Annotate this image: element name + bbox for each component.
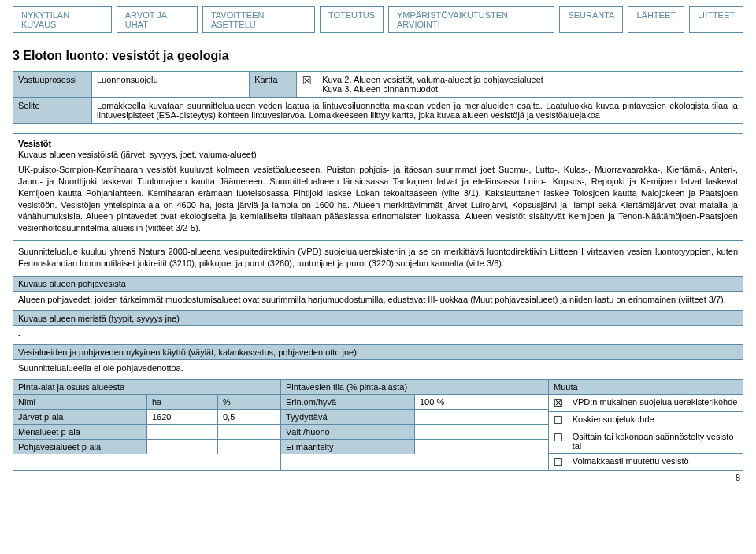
table-row: Vält./huono	[281, 425, 415, 439]
tab-arvot[interactable]: ARVOT JA UHAT	[117, 6, 198, 33]
checkbox-label: VPD:n mukainen suojelualuerekisterikohde	[568, 395, 743, 409]
cell: 0,5	[218, 410, 280, 424]
col-c-title: Muuta	[549, 380, 743, 395]
vesistot-sub: Kuvaus alueen vesistöistä (järvet, syvyy…	[13, 150, 743, 164]
col-pinta-alat: Pinta-alat ja osuus alueesta Nimi ha % J…	[13, 380, 281, 470]
tab-toteutus[interactable]: TOTEUTUS	[320, 6, 384, 33]
col-pintavesien-tila: Pintavesien tila (% pinta-alasta) Erin.o…	[281, 380, 549, 470]
col-a-h1: Nimi	[13, 395, 147, 409]
checkbox-icon[interactable]: ☒	[549, 395, 568, 411]
table-row: Järvet p-ala	[13, 410, 147, 424]
cell	[415, 410, 548, 424]
data-grid: Pinta-alat ja osuus alueesta Nimi ha % J…	[13, 379, 743, 470]
col-a-title: Pinta-alat ja osuus alueesta	[13, 380, 280, 395]
checkbox-icon[interactable]: ☐	[549, 454, 568, 470]
vastuuprosessi-value: Luonnonsuojelu	[92, 72, 250, 98]
checkbox-label: Voimakkaasti muutettu vesistö	[568, 454, 743, 468]
pohjavesi-text: Alueen pohjavedet, joiden tärkeimmät muo…	[13, 292, 743, 310]
info-table: Vastuuprosessi Luonnonsuojelu Kartta ☒ K…	[13, 71, 743, 124]
table-row: Tyydyttävä	[281, 410, 415, 424]
table-row: Erin.om/hyvä	[281, 395, 415, 409]
kartta-checkbox[interactable]: ☒	[297, 72, 317, 98]
vesistot-heading: Vesistöt	[13, 134, 743, 150]
cell	[218, 425, 280, 439]
cell: 1620	[147, 410, 218, 424]
cell: 100 %	[415, 395, 548, 409]
cell	[147, 440, 218, 454]
table-row: Merialueet p-ala	[13, 425, 147, 439]
col-b-title: Pintavesien tila (% pinta-alasta)	[281, 380, 548, 395]
tab-liitteet[interactable]: LIITTEET	[689, 6, 743, 33]
checkbox-icon[interactable]: ☐	[549, 429, 568, 446]
selite-text: Lomakkeella kuvataan suunnittelualueen v…	[92, 98, 743, 124]
pohjavesi-heading: Kuvaus alueen pohjavesistä	[13, 276, 743, 292]
col-muuta: Muuta ☒ VPD:n mukainen suojelualuerekist…	[549, 380, 743, 470]
tab-nykytilan[interactable]: NYKYTILAN KUVAUS	[13, 6, 112, 33]
merista-text: -	[13, 326, 743, 345]
selite-label: Selite	[13, 98, 92, 124]
table-row: Pohjavesialueet p-ala	[13, 440, 147, 454]
tab-tavoite[interactable]: TAVOITTEEN ASETTELU	[202, 6, 315, 33]
section-title: 3 Eloton luonto: vesistöt ja geologia	[13, 49, 743, 63]
merista-heading: Kuvaus alueen meristä (tyypit, syvyys jn…	[13, 310, 743, 326]
kartta-maps: Kuva 2. Alueen vesistöt, valuma-alueet j…	[317, 72, 743, 98]
tab-ymparisto[interactable]: YMPÄRISTÖVAIKUTUSTEN ARVIOINTI	[388, 6, 554, 33]
table-row: Ei määritelty	[281, 440, 415, 454]
vesistot-para: UK-puisto-Sompion-Kemihaaran vesistöt ku…	[13, 164, 743, 240]
tab-lahteet[interactable]: LÄHTEET	[628, 6, 684, 33]
vesistot-para2: Suunnittelualue kuuluu yhtenä Natura 200…	[13, 240, 743, 276]
cell	[218, 440, 280, 454]
kaytto-text: Suunnittelualueella ei ole pohjavedenott…	[13, 360, 743, 379]
checkbox-label: Osittain tai kokonaan saännöstelty vesis…	[568, 429, 743, 453]
vastuuprosessi-label: Vastuuprosessi	[13, 72, 92, 98]
cell	[415, 440, 548, 454]
col-a-h3: %	[218, 395, 280, 409]
checkbox-icon[interactable]: ☐	[549, 412, 568, 429]
checkbox-label: Koskiensuojelukohde	[568, 412, 743, 426]
cell: -	[147, 425, 218, 439]
tab-bar: NYKYTILAN KUVAUS ARVOT JA UHAT TAVOITTEE…	[13, 6, 743, 33]
kaytto-heading: Vesialueiden ja pohjaveden nykyinen käyt…	[13, 344, 743, 360]
tab-seuranta[interactable]: SEURANTA	[559, 6, 623, 33]
content-box: Vesistöt Kuvaus alueen vesistöistä (järv…	[13, 133, 743, 471]
page-number: 8	[736, 473, 740, 482]
kartta-label: Kartta	[250, 72, 297, 98]
col-a-h2: ha	[147, 395, 218, 409]
cell	[415, 425, 548, 439]
